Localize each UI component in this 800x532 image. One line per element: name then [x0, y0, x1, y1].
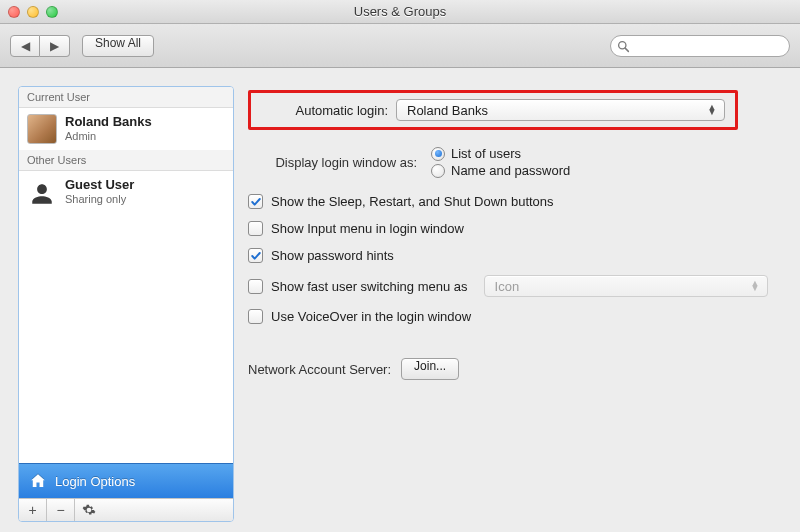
content: Current User Roland Banks Admin Other Us…: [0, 68, 800, 532]
network-account-row: Network Account Server: Join...: [248, 358, 768, 380]
fast-switching-value: Icon: [495, 279, 520, 294]
checkbox-icon: [248, 194, 263, 209]
toolbar: ◀ ▶ Show All: [0, 24, 800, 68]
forward-button[interactable]: ▶: [40, 35, 70, 57]
radio-namepw-label: Name and password: [451, 163, 570, 178]
other-users-header: Other Users: [19, 150, 233, 171]
login-options-pane: Automatic login: Roland Banks ▲▼ Display…: [248, 86, 782, 522]
action-menu-button[interactable]: [75, 499, 103, 521]
check-password-hints[interactable]: Show password hints: [248, 248, 768, 263]
radio-icon: [431, 164, 445, 178]
window-title: Users & Groups: [0, 4, 800, 19]
display-login-label: Display login window as:: [248, 155, 423, 170]
home-icon: [29, 472, 47, 490]
remove-user-button[interactable]: −: [47, 499, 75, 521]
automatic-login-value: Roland Banks: [407, 103, 488, 118]
check-input-menu[interactable]: Show Input menu in login window: [248, 221, 768, 236]
svg-line-1: [625, 48, 628, 51]
other-user-role: Sharing only: [65, 193, 134, 206]
back-button[interactable]: ◀: [10, 35, 40, 57]
radio-name-password[interactable]: Name and password: [431, 163, 570, 178]
checkbox-icon: [248, 309, 263, 324]
gear-icon: [82, 503, 96, 517]
current-user-row[interactable]: Roland Banks Admin: [19, 108, 233, 150]
check-fast-switch-label: Show fast user switching menu as: [271, 279, 468, 294]
current-user-role: Admin: [65, 130, 152, 143]
sidebar-tools: + −: [19, 498, 233, 521]
radio-list-of-users[interactable]: List of users: [431, 146, 570, 161]
check-fast-switching[interactable]: Show fast user switching menu as Icon ▲▼: [248, 275, 768, 297]
join-button[interactable]: Join...: [401, 358, 459, 380]
avatar: [27, 114, 57, 144]
automatic-login-label: Automatic login:: [261, 103, 396, 118]
check-voiceover[interactable]: Use VoiceOver in the login window: [248, 309, 768, 324]
current-user-header: Current User: [19, 87, 233, 108]
checkbox-icon: [248, 221, 263, 236]
search-field[interactable]: [610, 35, 790, 57]
user-silhouette-icon: [27, 177, 57, 207]
show-all-button[interactable]: Show All: [82, 35, 154, 57]
checkbox-icon: [248, 248, 263, 263]
check-pw-hints-label: Show password hints: [271, 248, 394, 263]
automatic-login-highlight: Automatic login: Roland Banks ▲▼: [248, 90, 738, 130]
search-input[interactable]: [633, 38, 781, 54]
fast-switching-popup: Icon ▲▼: [484, 275, 768, 297]
display-login-row: Display login window as: List of users N…: [248, 146, 768, 178]
popup-stepper-icon: ▲▼: [706, 105, 718, 116]
users-sidebar: Current User Roland Banks Admin Other Us…: [18, 86, 234, 522]
nav-segment: ◀ ▶: [10, 35, 70, 57]
other-user-name: Guest User: [65, 178, 134, 193]
login-options-label: Login Options: [55, 474, 135, 489]
check-sleep-restart-shutdown[interactable]: Show the Sleep, Restart, and Shut Down b…: [248, 194, 768, 209]
check-input-menu-label: Show Input menu in login window: [271, 221, 464, 236]
search-icon: [617, 40, 630, 53]
other-user-row[interactable]: Guest User Sharing only: [19, 171, 233, 213]
network-account-label: Network Account Server:: [248, 362, 391, 377]
check-voiceover-label: Use VoiceOver in the login window: [271, 309, 471, 324]
popup-stepper-icon: ▲▼: [749, 281, 761, 292]
radio-icon: [431, 147, 445, 161]
checkbox-icon: [248, 279, 263, 294]
titlebar: Users & Groups: [0, 0, 800, 24]
login-options-checks: Show the Sleep, Restart, and Shut Down b…: [248, 194, 768, 324]
current-user-name: Roland Banks: [65, 115, 152, 130]
radio-list-label: List of users: [451, 146, 521, 161]
automatic-login-popup[interactable]: Roland Banks ▲▼: [396, 99, 725, 121]
check-sleep-label: Show the Sleep, Restart, and Shut Down b…: [271, 194, 554, 209]
login-options-row[interactable]: Login Options: [19, 463, 233, 498]
add-user-button[interactable]: +: [19, 499, 47, 521]
